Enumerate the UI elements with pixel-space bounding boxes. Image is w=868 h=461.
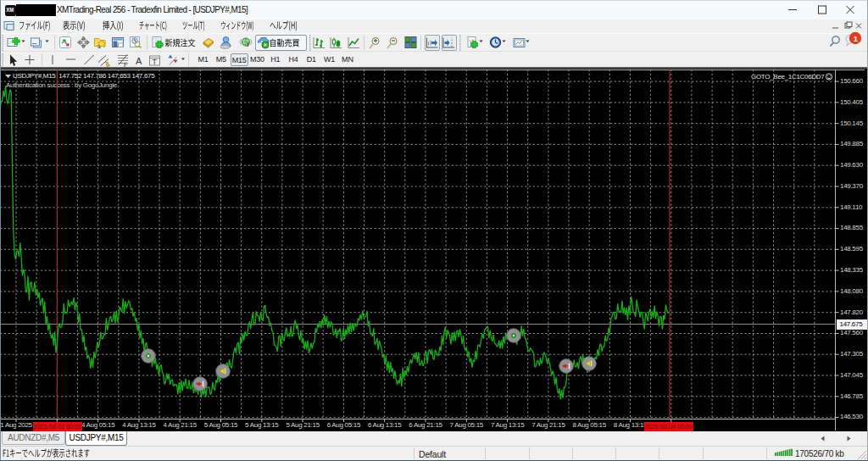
svg-text:XM: XM	[6, 7, 14, 13]
svg-text:F: F	[124, 62, 127, 68]
svg-text:T: T	[153, 58, 158, 66]
svg-text:A: A	[136, 56, 142, 66]
svg-text:1: 1	[854, 34, 859, 43]
